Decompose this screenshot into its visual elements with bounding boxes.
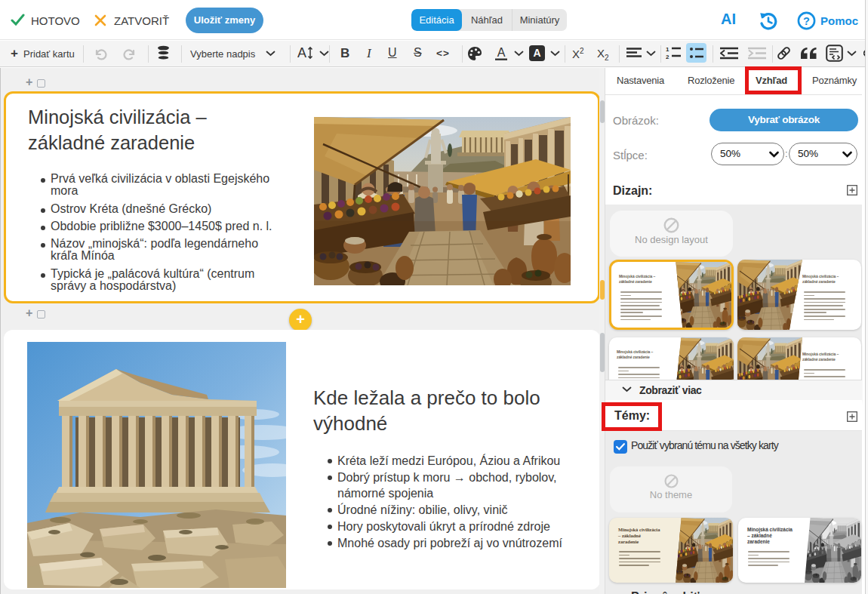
svg-text:?: ? [803,15,810,27]
svg-text:1: 1 [666,46,669,53]
svg-text:A: A [497,46,506,59]
svg-text:2: 2 [666,54,669,60]
svg-text:A: A [297,45,306,60]
